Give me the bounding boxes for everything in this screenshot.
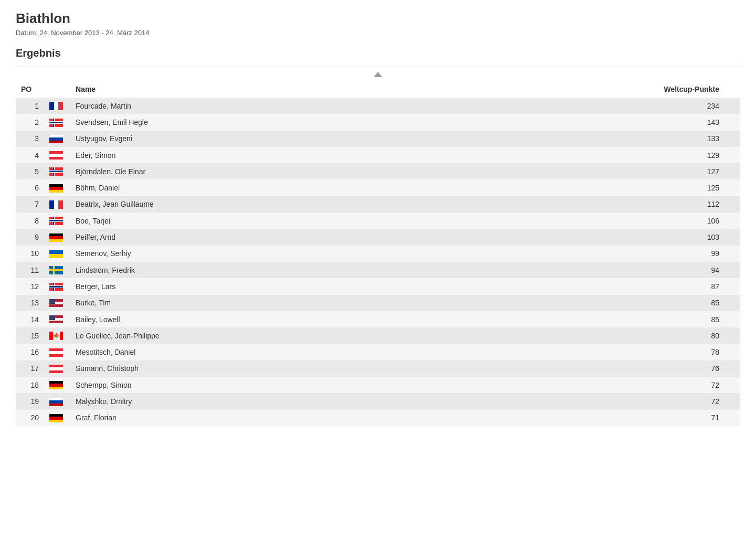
- cell-points: 71: [429, 410, 740, 426]
- cell-flag: [47, 278, 70, 294]
- table-row: 12Berger, Lars87: [16, 278, 740, 294]
- table-row: 7Beatrix, Jean Guillaume112: [16, 196, 740, 213]
- cell-flag: [47, 114, 70, 130]
- col-header-flag: [47, 81, 70, 98]
- cell-name: Lindström, Fredrik: [70, 262, 429, 278]
- table-row: 14Bailey, Lowell85: [16, 311, 740, 327]
- cell-name: Björndalen, Ole Einar: [70, 163, 429, 179]
- ger-flag-icon: [49, 184, 63, 193]
- cell-points: 80: [429, 327, 740, 344]
- nor-flag-icon: [49, 119, 63, 127]
- cell-po: 8: [16, 213, 47, 229]
- cell-points: 87: [429, 278, 740, 294]
- cell-po: 16: [16, 344, 47, 360]
- ukr-flag-icon: [49, 250, 63, 258]
- cell-name: Graf, Florian: [70, 410, 429, 426]
- cell-flag: [47, 295, 70, 311]
- nor-flag-icon: [49, 217, 63, 225]
- fra-flag-icon: [49, 200, 63, 209]
- cell-name: Le Guellec, Jean-Philippe: [70, 327, 429, 344]
- cell-po: 15: [16, 327, 47, 344]
- page-subtitle: Datum: 24. November 2013 - 24. März 2014: [16, 29, 740, 37]
- table-row: 9Peiffer, Arnd103: [16, 229, 740, 245]
- table-row: 2Svendsen, Emil Hegle143: [16, 114, 740, 130]
- table-row: 4Eder, Simon129: [16, 147, 740, 163]
- cell-po: 3: [16, 131, 47, 147]
- cell-flag: [47, 410, 70, 426]
- aut-flag-icon: [49, 365, 63, 373]
- cell-po: 13: [16, 295, 47, 311]
- cell-name: Ustyugov, Evgeni: [70, 131, 429, 147]
- cell-po: 9: [16, 229, 47, 245]
- section-title: Ergebnis: [16, 47, 740, 59]
- aut-flag-icon: [49, 348, 63, 357]
- cell-points: 76: [429, 360, 740, 377]
- table-row: 5Björndalen, Ole Einar127: [16, 163, 740, 179]
- cell-flag: [47, 377, 70, 393]
- cell-name: Semenov, Serhiy: [70, 246, 429, 262]
- cell-name: Böhm, Daniel: [70, 179, 429, 196]
- cell-name: Fourcade, Martin: [70, 98, 429, 114]
- cell-name: Berger, Lars: [70, 278, 429, 294]
- ger-flag-icon: [49, 233, 63, 242]
- cell-points: 72: [429, 393, 740, 409]
- table-row: 1Fourcade, Martin234: [16, 98, 740, 114]
- cell-points: 127: [429, 163, 740, 179]
- cell-flag: [47, 229, 70, 245]
- cell-flag: [47, 311, 70, 327]
- swe-flag-icon: [49, 266, 63, 274]
- cell-points: 106: [429, 213, 740, 229]
- cell-po: 11: [16, 262, 47, 278]
- cell-flag: [47, 196, 70, 213]
- cell-po: 14: [16, 311, 47, 327]
- table-header-row: PO Name Weltcup-Punkte: [16, 81, 740, 98]
- col-header-po: PO: [16, 81, 47, 98]
- cell-flag: [47, 262, 70, 278]
- cell-name: Eder, Simon: [70, 147, 429, 163]
- table-row: 10Semenov, Serhiy99: [16, 246, 740, 262]
- sort-arrow-container: [16, 67, 740, 81]
- cell-flag: [47, 213, 70, 229]
- cell-flag: [47, 163, 70, 179]
- cell-points: 125: [429, 179, 740, 196]
- cell-po: 4: [16, 147, 47, 163]
- cell-name: Sumann, Christoph: [70, 360, 429, 377]
- nor-flag-icon: [49, 167, 63, 176]
- cell-flag: [47, 360, 70, 377]
- table-row: 11Lindström, Fredrik94: [16, 262, 740, 278]
- col-header-points: Weltcup-Punkte: [429, 81, 740, 98]
- cell-name: Schempp, Simon: [70, 377, 429, 393]
- cell-flag: [47, 327, 70, 344]
- cell-flag: [47, 393, 70, 409]
- sort-arrow-icon: [374, 72, 382, 77]
- table-row: 18Schempp, Simon72: [16, 377, 740, 393]
- page-title: Biathlon: [16, 10, 740, 27]
- usa-flag-icon: [49, 299, 63, 307]
- cell-points: 129: [429, 147, 740, 163]
- aut-flag-icon: [49, 151, 63, 160]
- cell-po: 7: [16, 196, 47, 213]
- table-row: 16Mesotitsch, Daniel78: [16, 344, 740, 360]
- table-row: 8Boe, Tarjei106: [16, 213, 740, 229]
- cell-points: 94: [429, 262, 740, 278]
- cell-flag: [47, 147, 70, 163]
- table-row: 15Le Guellec, Jean-Philippe80: [16, 327, 740, 344]
- cell-po: 5: [16, 163, 47, 179]
- usa-flag-icon: [49, 315, 63, 324]
- cell-po: 19: [16, 393, 47, 409]
- table-row: 3Ustyugov, Evgeni133: [16, 131, 740, 147]
- cell-po: 17: [16, 360, 47, 377]
- rus-flag-icon: [49, 398, 63, 406]
- cell-po: 1: [16, 98, 47, 114]
- cell-name: Beatrix, Jean Guillaume: [70, 196, 429, 213]
- ger-flag-icon: [49, 381, 63, 389]
- cell-points: 133: [429, 131, 740, 147]
- cell-points: 112: [429, 196, 740, 213]
- cell-po: 18: [16, 377, 47, 393]
- cell-flag: [47, 131, 70, 147]
- rus-flag-icon: [49, 135, 63, 143]
- cell-po: 12: [16, 278, 47, 294]
- cell-name: Svendsen, Emil Hegle: [70, 114, 429, 130]
- col-header-name: Name: [70, 81, 429, 98]
- cell-name: Burke, Tim: [70, 295, 429, 311]
